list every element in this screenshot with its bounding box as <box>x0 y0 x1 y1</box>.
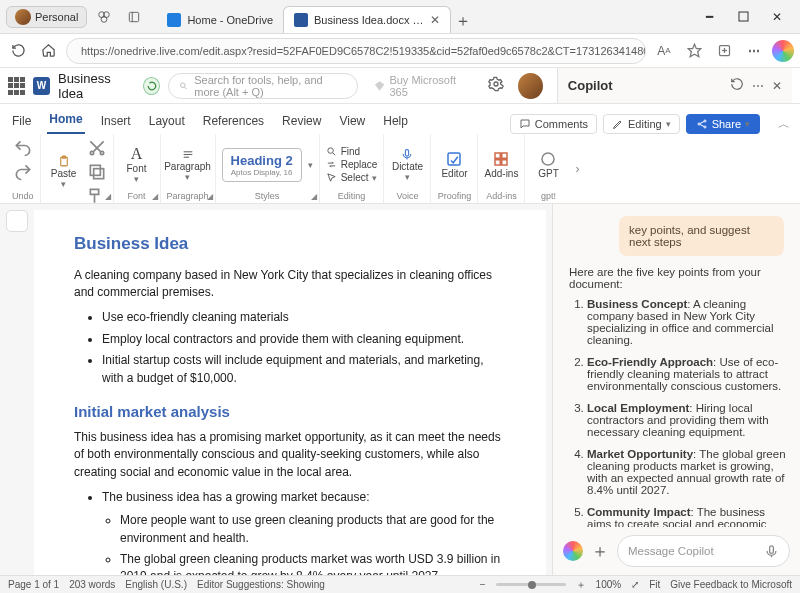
buy-m365-link[interactable]: Buy Microsoft 365 <box>374 74 472 98</box>
favorite-button[interactable] <box>682 39 706 63</box>
replace-button[interactable]: Replace <box>326 159 378 170</box>
undo-button[interactable] <box>13 138 33 158</box>
copilot-suggestion-card[interactable]: key points, and suggest next steps <box>619 216 784 256</box>
collections-button[interactable] <box>712 39 736 63</box>
group-undo: Undo <box>6 134 41 203</box>
svg-point-15 <box>698 123 700 125</box>
headings-pane-button[interactable] <box>6 210 28 232</box>
document-page[interactable]: Business Idea A cleaning company based i… <box>34 210 546 575</box>
paragraph-dropdown[interactable]: Paragraph ▾ <box>171 148 205 182</box>
zoom-out-button[interactable]: − <box>480 579 486 590</box>
ribbon-collapse-button[interactable]: ︿ <box>778 116 790 133</box>
tab-actions-icon[interactable] <box>121 4 147 30</box>
fit-icon[interactable]: ⤢ <box>631 579 639 590</box>
tab-view[interactable]: View <box>337 108 367 134</box>
tab-layout[interactable]: Layout <box>147 108 187 134</box>
status-language[interactable]: English (U.S.) <box>125 579 187 590</box>
editor-button[interactable]: Editor <box>437 148 471 182</box>
svg-rect-5 <box>739 12 748 21</box>
style-heading2[interactable]: Heading 2 Aptos Display, 16 <box>222 148 302 182</box>
chevron-down-icon: ▾ <box>666 119 671 129</box>
copilot-body[interactable]: key points, and suggest next steps Here … <box>553 204 800 527</box>
cut-button[interactable] <box>87 138 107 158</box>
dictate-button[interactable]: Dictate ▾ <box>390 148 424 182</box>
tab-help[interactable]: Help <box>381 108 410 134</box>
copy-button[interactable] <box>87 162 107 182</box>
tab-file[interactable]: File <box>10 108 33 134</box>
dialog-launcher-icon[interactable]: ◢ <box>105 192 111 201</box>
addins-button[interactable]: Add-ins <box>484 148 518 182</box>
gpt-button[interactable]: GPT <box>531 148 565 182</box>
document-title[interactable]: Business Idea <box>58 71 135 101</box>
doc-sublist-a: More people want to use green cleaning p… <box>120 512 506 575</box>
fit-label[interactable]: Fit <box>649 579 660 590</box>
copilot-add-button[interactable]: ＋ <box>591 539 609 563</box>
user-avatar[interactable] <box>518 73 543 99</box>
tab-word-doc[interactable]: Business Idea.docx - Microsoft W ✕ <box>283 6 451 33</box>
zoom-in-button[interactable]: ＋ <box>576 578 586 592</box>
copilot-intro: Here are the five key points from your d… <box>569 266 788 290</box>
close-window-button[interactable]: ✕ <box>760 3 794 31</box>
word-app-icon: W <box>33 77 50 95</box>
doc-h2: Initial market analysis <box>74 401 506 423</box>
comment-icon <box>519 118 531 130</box>
status-editor[interactable]: Editor Suggestions: Showing <box>197 579 325 590</box>
editing-mode-button[interactable]: Editing ▾ <box>603 114 680 134</box>
copilot-refresh-icon[interactable] <box>730 77 744 94</box>
workspaces-icon[interactable] <box>91 4 117 30</box>
close-icon[interactable]: ✕ <box>430 13 440 27</box>
svg-point-23 <box>100 151 103 154</box>
minimize-button[interactable]: ━ <box>692 3 726 31</box>
dialog-launcher-icon[interactable]: ◢ <box>207 192 213 201</box>
copilot-close-icon[interactable]: ✕ <box>772 79 782 93</box>
copilot-menu-icon[interactable]: ⋯ <box>752 79 764 93</box>
zoom-level[interactable]: 100% <box>596 579 622 590</box>
select-button[interactable]: Select▾ <box>326 172 378 183</box>
tab-insert[interactable]: Insert <box>99 108 133 134</box>
format-painter-button[interactable] <box>87 186 107 206</box>
tab-references[interactable]: References <box>201 108 266 134</box>
group-voice: Dictate ▾ Voice <box>384 134 431 203</box>
tab-home[interactable]: Home <box>47 106 84 134</box>
status-words[interactable]: 203 words <box>69 579 115 590</box>
tab-title: Home - OneDrive <box>187 14 273 26</box>
share-button[interactable]: Share ▾ <box>686 114 760 134</box>
group-paragraph: Paragraph ▾ Paragraph ◢ <box>161 134 216 203</box>
home-button[interactable] <box>36 39 60 63</box>
status-page[interactable]: Page 1 of 1 <box>8 579 59 590</box>
profile-button[interactable]: Personal <box>6 6 87 28</box>
maximize-button[interactable] <box>726 3 760 31</box>
redo-button[interactable] <box>13 162 33 182</box>
styles-more-button[interactable]: ▾ <box>308 160 313 170</box>
zoom-slider[interactable] <box>496 583 566 586</box>
saved-icon[interactable] <box>143 77 160 95</box>
diamond-icon <box>374 80 385 92</box>
refresh-button[interactable] <box>6 39 30 63</box>
dialog-launcher-icon[interactable]: ◢ <box>311 192 317 201</box>
copilot-title: Copilot <box>568 78 613 93</box>
settings-button[interactable] <box>488 76 504 95</box>
new-tab-button[interactable]: ＋ <box>451 9 475 33</box>
paste-button[interactable]: Paste ▾ <box>47 155 81 189</box>
ribbon-overflow-button[interactable]: › <box>575 162 579 176</box>
workspace: Business Idea A cleaning company based i… <box>0 204 800 575</box>
copilot-browser-icon[interactable] <box>772 40 794 62</box>
text-size-button[interactable]: AA <box>652 39 676 63</box>
font-dropdown[interactable]: A Font ▾ <box>120 148 154 182</box>
svg-point-2 <box>102 16 108 22</box>
pencil-icon <box>612 118 624 130</box>
feedback-link[interactable]: Give Feedback to Microsoft <box>670 579 792 590</box>
dialog-launcher-icon[interactable]: ◢ <box>152 192 158 201</box>
tab-onedrive[interactable]: Home - OneDrive <box>157 7 283 33</box>
tab-review[interactable]: Review <box>280 108 323 134</box>
word-search-input[interactable]: Search for tools, help, and more (Alt + … <box>168 73 358 99</box>
browser-tabs: Home - OneDrive Business Idea.docx - Mic… <box>157 0 688 33</box>
comments-button[interactable]: Comments <box>510 114 597 134</box>
copilot-input[interactable]: Message Copilot <box>617 535 790 567</box>
find-button[interactable]: Find <box>326 146 378 157</box>
app-launcher-button[interactable] <box>8 77 25 95</box>
browser-menu-button[interactable]: ⋯ <box>742 39 766 63</box>
url-input[interactable]: https://onedrive.live.com/edit.aspx?resi… <box>66 38 646 64</box>
list-item: The global green cleaning products marke… <box>120 551 506 575</box>
microphone-icon[interactable] <box>764 544 779 559</box>
